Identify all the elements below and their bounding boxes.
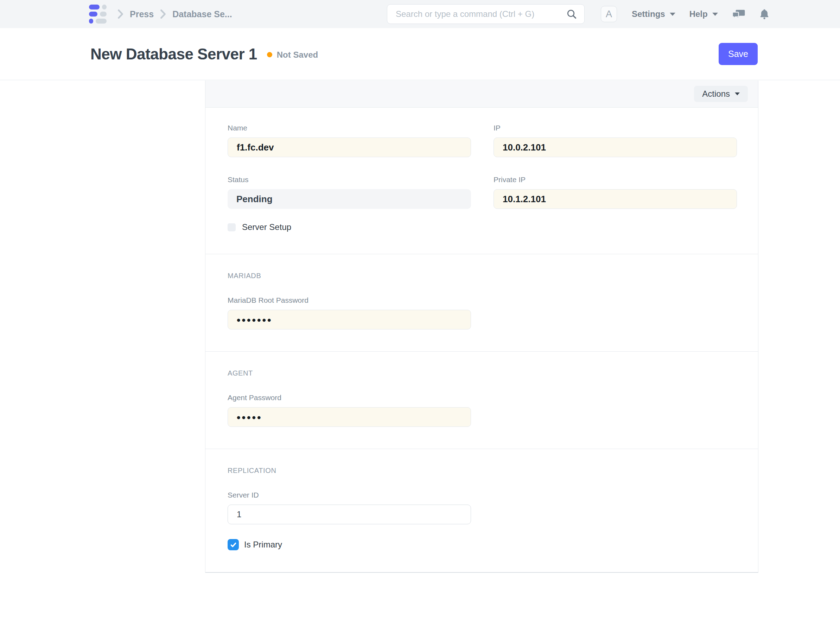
navbar: Press Database Se... A Settings Help [0, 0, 840, 28]
settings-menu-label: Settings [632, 9, 665, 19]
breadcrumb-item-press[interactable]: Press [130, 9, 154, 19]
settings-menu[interactable]: Settings [632, 9, 675, 19]
mariadb-root-password-input[interactable] [227, 310, 471, 330]
private-ip-input[interactable] [494, 189, 737, 209]
save-button[interactable]: Save [718, 43, 758, 65]
help-menu[interactable]: Help [690, 9, 718, 19]
server-id-label: Server ID [227, 491, 737, 499]
mariadb-section-heading: MARIADB [227, 272, 737, 280]
section-overview: Name IP Status Pending Private IP [205, 107, 758, 254]
field-server-id: Server ID [227, 491, 737, 524]
help-menu-label: Help [690, 9, 708, 19]
status-value: Pending [227, 189, 471, 209]
is-primary-label: Is Primary [244, 540, 282, 549]
search-icon [566, 8, 577, 20]
field-server-setup: Server Setup [227, 222, 737, 232]
chevron-right-icon [159, 9, 167, 19]
global-search [387, 4, 585, 24]
unsaved-indicator-dot [267, 52, 272, 57]
navbar-right-cluster: A Settings Help [601, 0, 776, 28]
actions-button[interactable]: Actions [694, 86, 748, 102]
agent-password-label: Agent Password [227, 393, 737, 402]
user-avatar[interactable]: A [601, 6, 617, 22]
agent-section-heading: AGENT [227, 369, 737, 377]
chevron-down-icon [712, 13, 718, 16]
chevron-down-icon [735, 93, 740, 95]
section-replication: REPLICATION Server ID Is Primary [205, 449, 758, 572]
chevron-down-icon [670, 13, 675, 16]
unsaved-indicator-label: Not Saved [277, 50, 318, 60]
server-id-input[interactable] [227, 505, 471, 524]
ip-input[interactable] [494, 137, 737, 157]
server-setup-checkbox[interactable] [227, 223, 236, 231]
field-private-ip: Private IP [494, 175, 737, 209]
form-page: Actions Name IP Status Pending [205, 80, 758, 573]
breadcrumb-item-database-servers[interactable]: Database Se... [172, 9, 232, 19]
name-input[interactable] [227, 137, 471, 157]
form-card: Name IP Status Pending Private IP [205, 107, 758, 573]
section-agent: AGENT Agent Password [205, 351, 758, 449]
page-toolbar: Actions [205, 80, 758, 107]
unsaved-indicator: Not Saved [267, 50, 318, 60]
field-status: Status Pending [227, 175, 471, 209]
breadcrumb: Press Database Se... [117, 0, 238, 28]
field-agent-password: Agent Password [227, 393, 737, 427]
app-logo-icon[interactable] [89, 5, 107, 24]
server-setup-label: Server Setup [242, 222, 291, 232]
page-header: New Database Server 1 Not Saved Save [0, 28, 840, 80]
actions-button-label: Actions [702, 89, 730, 99]
global-search-input[interactable] [396, 9, 566, 19]
chevron-right-icon [117, 9, 124, 19]
is-primary-checkbox[interactable] [227, 539, 239, 550]
name-label: Name [227, 124, 471, 132]
field-name: Name [227, 124, 471, 157]
ip-label: IP [494, 124, 737, 132]
agent-password-input[interactable] [227, 407, 471, 427]
page-title: New Database Server 1 [90, 45, 257, 63]
notifications-bell-icon[interactable] [759, 8, 770, 20]
field-is-primary: Is Primary [227, 539, 737, 550]
chat-icon[interactable] [732, 8, 746, 21]
field-mariadb-root-password: MariaDB Root Password [227, 296, 737, 330]
mariadb-root-password-label: MariaDB Root Password [227, 296, 737, 305]
private-ip-label: Private IP [494, 175, 737, 184]
field-ip: IP [494, 124, 737, 157]
section-mariadb: MARIADB MariaDB Root Password [205, 254, 758, 351]
status-label: Status [227, 175, 471, 184]
replication-section-heading: REPLICATION [227, 467, 737, 475]
